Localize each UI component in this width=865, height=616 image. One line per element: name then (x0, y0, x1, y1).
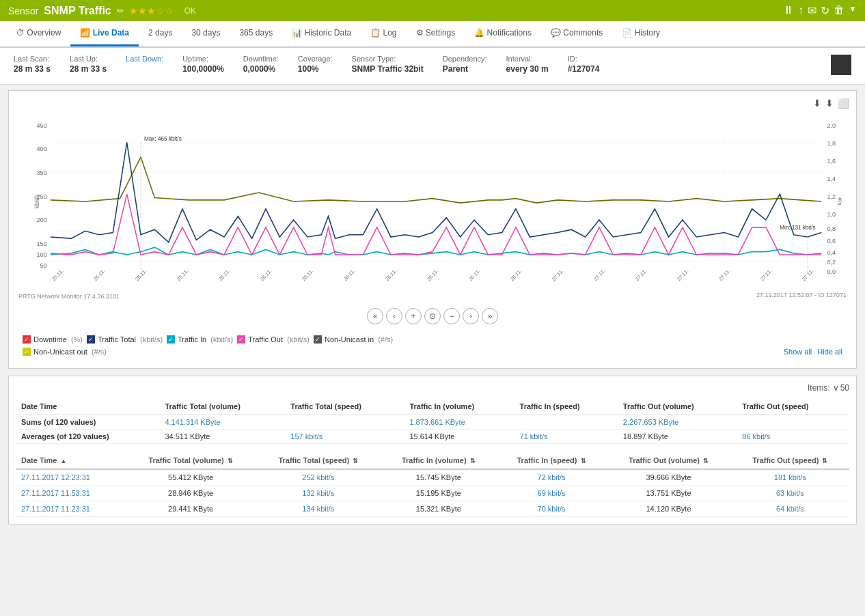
nav-comments[interactable]: 💬 Comments (541, 21, 612, 46)
legend-traffic-out[interactable]: ✓ Traffic Out (kbit/s) (237, 335, 310, 344)
svg-text:50: 50 (40, 262, 47, 269)
nav-history[interactable]: 📄 History (612, 21, 670, 46)
table-row: 27.11.2017 11:23:31 29.441 KByte 134 kbi… (16, 501, 849, 517)
settings-icon: ⚙ (416, 28, 424, 38)
chart-btn-center[interactable]: ⊙ (424, 308, 441, 324)
data-table: Date Time ▲ Traffic Total (volume) ⇅ Tra… (16, 452, 849, 517)
upload-icon[interactable]: ↑ (798, 4, 804, 17)
pause-icon[interactable]: ⏸ (783, 4, 794, 17)
col-ti-spd-sort[interactable]: Traffic In (speed) ⇅ (497, 452, 607, 469)
nav-notifications[interactable]: 🔔 Notifications (465, 21, 541, 46)
data-rows: 27.11.2017 12:23:31 55.412 KByte 252 kbi… (16, 469, 849, 517)
svg-text:1,8: 1,8 (827, 139, 836, 146)
col-to-spd-sort[interactable]: Traffic Out (speed) ⇅ (731, 452, 849, 469)
nav-historic-data[interactable]: 📊 Historic Data (282, 21, 361, 46)
legend-traffic-in[interactable]: ✓ Traffic In (kbit/s) (167, 335, 233, 344)
hide-all-link[interactable]: Hide all (817, 348, 842, 356)
legend-downtime-checkbox[interactable]: ✓ (23, 335, 31, 344)
legend-downtime[interactable]: ✓ Downtime (%) (23, 335, 83, 344)
cell-tt-vol: 28.946 KByte (125, 486, 256, 501)
items-dropdown-icon[interactable]: ∨ (833, 383, 839, 393)
stars-rating[interactable]: ★★★☆☆ (129, 5, 174, 16)
sort-arrow-ti-vol: ⇅ (470, 458, 476, 464)
nav-log[interactable]: 📋 Log (361, 21, 406, 46)
legend-non-unicast-in-checkbox[interactable]: ✓ (314, 335, 322, 344)
sums-ti-vol: 1.873.661 KByte (404, 415, 514, 430)
y-axis-label-right: #/s (836, 197, 843, 206)
sort-arrow-datetime: ▲ (60, 458, 66, 464)
sort-arrow-tt-spd: ⇅ (353, 458, 358, 464)
show-all-link[interactable]: Show all (784, 348, 812, 356)
summary-table: Date Time Traffic Total (volume) Traffic… (16, 398, 849, 444)
fullscreen-icon[interactable]: ⬜ (838, 98, 849, 109)
legend-non-unicast-in[interactable]: ✓ Non-Unicast in (#/s) (314, 335, 393, 344)
nav-settings[interactable]: ⚙ Settings (407, 21, 465, 46)
delete-icon[interactable]: 🗑 (834, 4, 845, 17)
page-title: SNMP Traffic (44, 5, 111, 17)
download-png-icon[interactable]: ⬇ (813, 98, 821, 109)
cell-tt-spd: 252 kbit/s (256, 469, 381, 486)
nav-30days[interactable]: 30 days (182, 21, 230, 46)
chart-legend: ✓ Downtime (%) ✓ Traffic Total (kbit/s) … (16, 330, 849, 361)
svg-text:400: 400 (37, 145, 47, 152)
chart-btn-zoom-out[interactable]: − (443, 308, 460, 324)
cell-tt-spd: 132 kbit/s (256, 486, 381, 501)
sums-label: Sums (of 120 values) (16, 415, 159, 430)
stat-last-down: Last Down: (126, 55, 163, 64)
svg-text:Max: 465 kbit/s: Max: 465 kbit/s (144, 135, 182, 142)
nav-365days[interactable]: 365 days (230, 21, 282, 46)
sums-tt-spd (285, 415, 404, 430)
col-tt-vol-sort[interactable]: Traffic Total (volume) ⇅ (125, 452, 256, 469)
col-ti-vol-sort[interactable]: Traffic In (volume) ⇅ (381, 452, 497, 469)
legend-non-unicast-out[interactable]: ✓ Non-Unicast out (#/s) (23, 348, 107, 356)
cell-datetime: 27.11.2017 11:23:31 (16, 501, 125, 517)
stat-id: ID: #127074 (568, 55, 600, 74)
dropdown-icon[interactable]: ▼ (849, 4, 857, 17)
header-left: Sensor SNMP Traffic ✏ ★★★☆☆ OK (8, 5, 196, 17)
cell-to-spd: 64 kbit/s (731, 501, 849, 517)
edit-icon[interactable]: ✏ (117, 6, 124, 16)
chart-btn-first[interactable]: « (367, 308, 383, 324)
header-right: ⏸ ↑ ✉ ↻ 🗑 ▼ (783, 4, 857, 17)
chart-btn-next[interactable]: › (463, 308, 479, 324)
svg-text:1,4: 1,4 (827, 174, 836, 182)
cell-to-vol: 14.120 KByte (606, 501, 730, 517)
mail-icon[interactable]: ✉ (808, 4, 816, 17)
stat-dependency: Dependency: Parent (443, 55, 487, 74)
svg-text:100: 100 (37, 251, 47, 258)
download-csv-icon[interactable]: ⬇ (825, 98, 834, 109)
overview-icon: ⏱ (16, 28, 25, 38)
legend-traffic-in-checkbox[interactable]: ✓ (167, 335, 175, 344)
nav-live-data[interactable]: 📶 Live Data (70, 21, 139, 46)
col-tt-spd-sort[interactable]: Traffic Total (speed) ⇅ (256, 452, 381, 469)
sums-ti-spd (514, 415, 618, 430)
cell-ti-spd: 72 kbit/s (497, 469, 607, 486)
avg-tt-vol: 34.511 KByte (159, 430, 285, 444)
stats-bar: Last Scan: 28 m 33 s Last Up: 28 m 33 s … (0, 48, 865, 85)
stat-downtime: Downtime: 0,0000% (243, 55, 279, 74)
svg-text:200: 200 (37, 216, 47, 223)
summary-sums-row: Sums (of 120 values) 4.141.314 KByte 1.8… (16, 415, 849, 430)
chart-btn-last[interactable]: » (482, 308, 498, 324)
stat-uptime: Uptime: 100,0000% (182, 55, 224, 74)
chart-btn-prev[interactable]: ‹ (386, 308, 402, 324)
col-datetime-sort[interactable]: Date Time ▲ (16, 452, 125, 469)
cell-to-vol: 13.751 KByte (606, 486, 730, 501)
nav-2days[interactable]: 2 days (139, 21, 182, 46)
sums-tt-vol: 4.141.314 KByte (159, 415, 285, 430)
svg-text:450: 450 (37, 121, 47, 128)
nav-overview[interactable]: ⏱ Overview (7, 21, 70, 46)
col-to-vol-sort[interactable]: Traffic Out (volume) ⇅ (606, 452, 730, 469)
legend-traffic-out-checkbox[interactable]: ✓ (237, 335, 245, 344)
cell-ti-vol: 15.321 KByte (381, 501, 497, 517)
legend-traffic-total-checkbox[interactable]: ✓ (87, 335, 95, 344)
chart-btn-zoom-in[interactable]: + (405, 308, 422, 324)
items-value: 50 (840, 383, 849, 393)
refresh-icon[interactable]: ↻ (821, 4, 829, 17)
svg-text:0,0: 0,0 (827, 268, 836, 275)
legend-traffic-total[interactable]: ✓ Traffic Total (kbit/s) (87, 335, 163, 344)
cell-ti-spd: 69 kbit/s (497, 486, 607, 501)
sums-to-spd (737, 415, 849, 430)
legend-non-unicast-out-checkbox[interactable]: ✓ (23, 348, 31, 356)
svg-text:0,6: 0,6 (827, 236, 836, 244)
